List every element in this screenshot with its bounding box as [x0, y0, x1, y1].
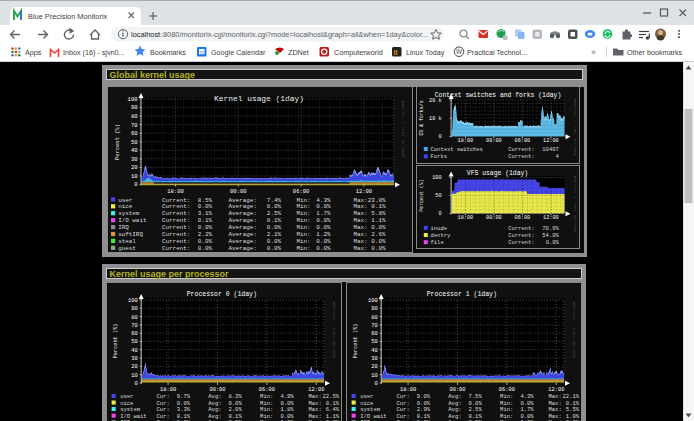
- svg-text:Percent (%): Percent (%): [114, 124, 121, 160]
- svg-text:40: 40: [371, 348, 377, 354]
- svg-text:Practical Technol...: Practical Technol...: [467, 48, 527, 57]
- svg-text:Context switches: Context switches: [431, 146, 483, 153]
- svg-text:0: 0: [134, 181, 137, 188]
- svg-text:50: 50: [131, 339, 137, 345]
- svg-text:guest: guest: [118, 245, 136, 252]
- svg-text:Processor 1 (1day): Processor 1 (1day): [427, 291, 497, 298]
- svg-text:20: 20: [371, 364, 377, 370]
- svg-text:Bookmarks: Bookmarks: [150, 48, 186, 57]
- svg-text:Forks: Forks: [431, 153, 447, 160]
- svg-text:Percent (%): Percent (%): [113, 324, 119, 359]
- svg-text:Percent (%): Percent (%): [419, 179, 424, 211]
- svg-text::8080/monitorix-cgi/monitorix.: :8080/monitorix-cgi/monitorix.cgi?mode=l…: [161, 30, 428, 39]
- svg-text:50: 50: [435, 193, 441, 199]
- svg-text:Processor 0 (1day): Processor 0 (1day): [187, 291, 257, 298]
- svg-text:06:00: 06:00: [515, 138, 531, 144]
- svg-text:Average:: Average:: [229, 245, 257, 252]
- svg-text:70: 70: [131, 122, 138, 129]
- svg-text:RRDTOOL / TOBI OETIKER: RRDTOOL / TOBI OETIKER: [573, 176, 577, 233]
- svg-text:VFS usage (1day): VFS usage (1day): [467, 170, 528, 177]
- svg-text:80: 80: [131, 113, 138, 120]
- svg-text:Context switches and forks (1: Context switches and forks (1day): [435, 92, 562, 99]
- svg-text:10 k: 10 k: [429, 116, 441, 122]
- svg-text:31: 31: [199, 51, 205, 56]
- svg-text:Max:: Max:: [354, 245, 368, 252]
- svg-text:RRDTOOL / TOBI OETIKER: RRDTOOL / TOBI OETIKER: [401, 101, 405, 158]
- svg-text:0.0%: 0.0%: [546, 239, 560, 246]
- svg-text:Linux Today: Linux Today: [406, 48, 445, 57]
- svg-text:Inbox (16) - sjvn0...: Inbox (16) - sjvn0...: [63, 48, 125, 57]
- svg-text:18:00: 18:00: [167, 188, 184, 195]
- svg-text:00:00: 00:00: [486, 215, 502, 221]
- svg-text:18:00: 18:00: [458, 215, 474, 221]
- svg-text:2.5%: 2.5%: [267, 210, 282, 217]
- svg-text:Current:: Current:: [508, 225, 534, 232]
- svg-text:0: 0: [438, 211, 441, 217]
- svg-text:90: 90: [371, 306, 377, 312]
- svg-text:ZDNet: ZDNet: [288, 48, 309, 57]
- svg-text:90: 90: [131, 104, 138, 111]
- svg-text:30: 30: [131, 156, 138, 163]
- svg-text:Current:: Current:: [162, 210, 190, 217]
- svg-text:100: 100: [128, 96, 138, 103]
- svg-text:Current:: Current:: [508, 232, 534, 239]
- svg-text:12:00: 12:00: [543, 215, 559, 221]
- svg-text:90: 90: [131, 306, 137, 312]
- svg-text:70.6%: 70.6%: [542, 225, 559, 232]
- svg-text:40: 40: [131, 348, 137, 354]
- svg-text:RRDTOOL / TOBI OETIKER: RRDTOOL / TOBI OETIKER: [573, 99, 577, 156]
- svg-text:Max:: Max:: [354, 210, 368, 217]
- svg-text:100: 100: [368, 298, 378, 304]
- svg-text:Min:: Min:: [297, 210, 311, 217]
- svg-text:5.8%: 5.8%: [371, 210, 386, 217]
- svg-text:00:00: 00:00: [230, 188, 247, 195]
- svg-text:Average:: Average:: [229, 210, 257, 217]
- svg-text:10: 10: [131, 373, 137, 379]
- svg-text:Apps: Apps: [25, 48, 42, 57]
- svg-text:100: 100: [432, 175, 441, 181]
- svg-text:12:00: 12:00: [356, 188, 373, 195]
- svg-text:80: 80: [131, 315, 137, 321]
- svg-text:system: system: [118, 210, 140, 217]
- svg-text:Other bookmarks: Other bookmarks: [627, 48, 683, 57]
- svg-text:W: W: [456, 48, 463, 55]
- svg-text:70: 70: [371, 323, 377, 329]
- svg-text:40: 40: [131, 147, 138, 154]
- svg-text:inode: inode: [431, 225, 447, 232]
- svg-text:Kernel usage (1day): Kernel usage (1day): [214, 94, 304, 103]
- svg-text:dentry: dentry: [431, 232, 451, 239]
- svg-text:10: 10: [371, 373, 377, 379]
- svg-text:0.0%: 0.0%: [316, 245, 331, 252]
- svg-text:20 k: 20 k: [429, 98, 441, 104]
- svg-text:06:00: 06:00: [515, 215, 531, 221]
- svg-text:Percent (%): Percent (%): [353, 324, 359, 359]
- svg-text:»: »: [591, 47, 596, 57]
- svg-text:0: 0: [134, 381, 137, 387]
- svg-text:0.0%: 0.0%: [267, 245, 282, 252]
- svg-text:3.1%: 3.1%: [198, 210, 213, 217]
- svg-text:30: 30: [371, 356, 377, 362]
- svg-text:file: file: [431, 239, 444, 246]
- svg-text:localhost: localhost: [131, 30, 160, 39]
- svg-text:0.0%: 0.0%: [198, 245, 213, 252]
- svg-text:20: 20: [131, 364, 137, 370]
- svg-text:Current:: Current:: [508, 153, 534, 160]
- svg-text:30: 30: [131, 356, 137, 362]
- svg-text:10407: 10407: [542, 146, 558, 153]
- svg-text:RRDTOOL / TOBI OETIKER: RRDTOOL / TOBI OETIKER: [332, 302, 336, 359]
- svg-text:Current:: Current:: [508, 239, 534, 246]
- svg-text:CS & forks/s: CS & forks/s: [419, 100, 424, 135]
- svg-text:06:00: 06:00: [293, 188, 310, 195]
- svg-text:0: 0: [374, 381, 377, 387]
- svg-text:18:00: 18:00: [458, 138, 474, 144]
- svg-text:50: 50: [371, 339, 377, 345]
- svg-text:00:00: 00:00: [486, 138, 502, 144]
- svg-text:70: 70: [131, 323, 137, 329]
- svg-text:50: 50: [131, 139, 138, 146]
- svg-text:60: 60: [131, 130, 138, 137]
- svg-text:60: 60: [131, 331, 137, 337]
- svg-text:Blue Precision Monitorix: Blue Precision Monitorix: [28, 12, 108, 21]
- svg-text:RRDTOOL / TOBI OETIKER: RRDTOOL / TOBI OETIKER: [572, 302, 576, 359]
- svg-text:54.0%: 54.0%: [542, 232, 559, 239]
- svg-text:1.7%: 1.7%: [316, 210, 331, 217]
